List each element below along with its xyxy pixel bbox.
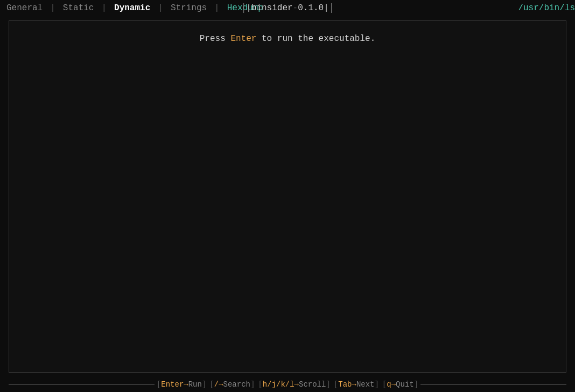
file-path-text: /usr/bin/ls — [518, 3, 575, 13]
header: General | Static | Dynamic | Strings | H… — [0, 0, 575, 16]
shortcut-next: [Tab→Next] — [334, 380, 379, 389]
footer-content: [Enter→Run] [/→Search] [h/j/k/l→Scroll] … — [9, 380, 566, 389]
separator-2: | — [101, 3, 107, 13]
shortcut-search: [/→Search] — [209, 380, 255, 389]
prompt-rest-text: to run the executable. — [262, 34, 375, 44]
tab-dynamic[interactable]: Dynamic — [108, 3, 157, 13]
nav-tabs: General | Static | Dynamic | Strings | H… — [0, 3, 270, 13]
footer-right-line — [420, 384, 566, 385]
pipe-left: | — [246, 3, 251, 13]
footer-left-line — [9, 384, 155, 385]
tab-strings[interactable]: Strings — [164, 3, 213, 13]
app-name: binsider — [251, 3, 293, 13]
shortcut-quit: [q→Quit] — [382, 380, 418, 389]
separator-1: | — [50, 3, 55, 13]
prompt-enter-key: Enter — [230, 34, 256, 44]
content-panel: Press Enter to run the executable. — [9, 20, 566, 373]
footer-shortcuts: [Enter→Run] [/→Search] [h/j/k/l→Scroll] … — [155, 380, 420, 389]
file-path: /usr/bin/ls — [518, 3, 575, 13]
footer: [Enter→Run] [/→Search] [h/j/k/l→Scroll] … — [0, 377, 575, 392]
app-title-box: |binsider-0.1.0| — [243, 3, 332, 13]
tab-general[interactable]: General — [0, 3, 49, 13]
main-content: Press Enter to run the executable. — [0, 16, 575, 377]
prompt-press: Press — [200, 34, 226, 44]
app-version: 0.1.0 — [298, 3, 324, 13]
pipe-right: | — [324, 3, 329, 13]
tab-static[interactable]: Static — [57, 3, 101, 13]
app-title: |binsider-0.1.0| — [246, 3, 329, 13]
separator-3: | — [158, 3, 163, 13]
shortcut-enter: [Enter→Run] — [157, 380, 206, 389]
prompt-message: Press Enter to run the executable. — [200, 34, 375, 44]
shortcut-scroll: [h/j/k/l→Scroll] — [258, 380, 330, 389]
title-separator: - — [293, 3, 298, 13]
separator-4: | — [214, 3, 220, 13]
